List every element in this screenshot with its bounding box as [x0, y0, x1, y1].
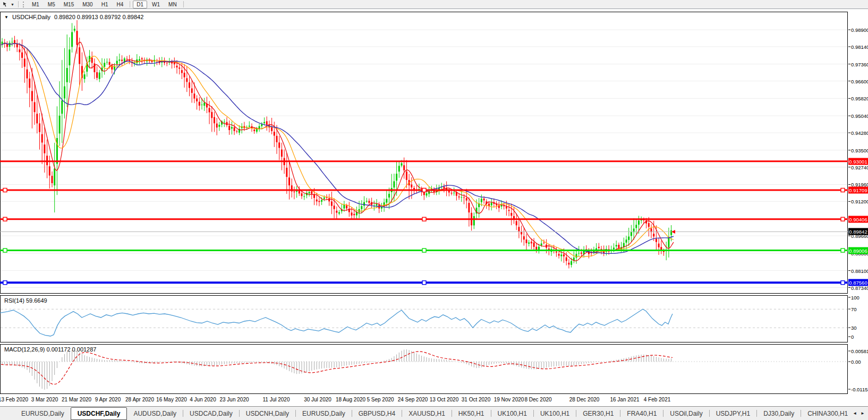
date-tick-label: 11 Jul 2020	[263, 397, 290, 402]
hline-handle[interactable]	[422, 281, 426, 285]
date-tick-label: 3 Mar 2020	[31, 397, 58, 402]
date-tick-label: 5 Sep 2020	[367, 397, 394, 402]
date-tick-label: 28 Apr 2020	[125, 397, 154, 402]
macd-histogram	[2, 349, 671, 390]
chart-tab-eurusd-daily[interactable]: EURUSD,Daily	[15, 407, 71, 420]
price-tick-label: 0.98900	[851, 27, 868, 33]
chart-tab-usdcad-daily[interactable]: USDCAD,Daily	[183, 407, 239, 420]
date-tick-label: 21 Mar 2020	[62, 397, 91, 402]
macd-scale-zero: 0.00	[851, 359, 861, 365]
rsi-line	[0, 309, 673, 336]
current-price-flag: 0.89842	[848, 228, 868, 235]
chart-tab-usdcnh-daily[interactable]: USDCNH,Daily	[240, 407, 295, 420]
chart-tab-bar: EURUSD,DailyUSDCHF,DailyAUDUSD,DailyUSDC…	[0, 406, 868, 420]
price-tick-label: 0.93500	[851, 147, 868, 153]
chart-tab-usdjpy-h1[interactable]: USDJPY,H1	[710, 407, 756, 420]
rsi-scale-label: 100	[851, 295, 860, 301]
date-tick-label: 31 Oct 2020	[462, 397, 490, 402]
date-tick-label: 13 Oct 2020	[430, 397, 458, 402]
hline-handle[interactable]	[3, 188, 7, 192]
macd-indicator-label: MACD(12,26,9) 0.001172 0.001287	[4, 346, 96, 353]
price-flag-0.90406: 0.90406	[848, 216, 868, 222]
hline-handle[interactable]	[841, 217, 845, 221]
tab-scroll-right-icon[interactable]: ►	[861, 411, 865, 416]
chart-tab-hk50-h1[interactable]: HK50,H1	[452, 407, 491, 420]
price-flag-0.91709: 0.91709	[848, 187, 868, 194]
chart-tab-fra40-h1[interactable]: FRA40,H1	[620, 407, 663, 420]
rsi-scale-label: 30	[851, 325, 857, 331]
date-tick-label: 19 Nov 2020	[494, 397, 524, 402]
hline-handle[interactable]	[3, 217, 7, 221]
rsi-scale-label: 0	[851, 334, 854, 340]
price-tick-label: 0.97360	[851, 61, 868, 67]
chart-graphics[interactable]	[0, 0, 868, 420]
hline-handle[interactable]	[841, 248, 845, 252]
chart-tab-uk100-h1[interactable]: UK100,H1	[534, 407, 576, 420]
hline-handle[interactable]	[422, 188, 426, 192]
chart-tab-audusd-daily[interactable]: AUDUSD,Daily	[127, 407, 183, 420]
date-tick-label: 4 Feb 2021	[644, 397, 671, 402]
tab-scroll-buttons: ◄ ►	[850, 407, 868, 420]
macd-scale-top: 0.005818	[851, 348, 868, 354]
chart-tab-china300-h1[interactable]: CHINA300,H1	[801, 407, 854, 420]
date-tick-label: 16 Jan 2021	[610, 397, 639, 402]
chart-tab-usoil-daily[interactable]: USOil,Daily	[663, 407, 709, 420]
chart-tab-usdchf-daily[interactable]: USDCHF,Daily	[71, 407, 127, 420]
price-tick-label: 0.94280	[851, 130, 868, 136]
date-tick-label: 23 Jun 2020	[219, 397, 249, 402]
price-tick-label: 0.95820	[851, 96, 868, 101]
date-tick-label: 9 Apr 2020	[95, 397, 121, 402]
date-tick-label: 4 Jun 2020	[190, 397, 216, 402]
price-tick-label: 0.95040	[851, 113, 868, 119]
date-tick-label: 8 Dec 2020	[524, 397, 551, 402]
date-tick-label: 18 Aug 2020	[336, 397, 365, 402]
pane-border	[1, 296, 848, 342]
chart-tab-gbpusd-h4[interactable]: GBPUSD,H4	[352, 407, 402, 420]
date-tick-label: 30 Jul 2020	[304, 397, 331, 402]
candlestick-series	[2, 20, 673, 268]
price-tick-label: 0.91200	[851, 199, 868, 204]
price-flag-0.93001: 0.93001	[848, 158, 868, 165]
chart-tab-eurusd-daily[interactable]: EURUSD,Daily	[296, 407, 352, 420]
chart-tab-uk100-h1[interactable]: UK100,H1	[491, 407, 533, 420]
date-tick-label: 16 May 2020	[156, 397, 187, 402]
chart-ohlc-values: 0.89820 0.89913 0.89792 0.89842	[54, 14, 143, 20]
rsi-indicator-label: RSI(14) 59.6649	[4, 297, 47, 304]
chart-tab-dj30-daily[interactable]: DJ30,Daily	[757, 407, 801, 420]
price-tick-label: 0.96600	[851, 78, 868, 84]
hline-handle[interactable]	[3, 281, 7, 285]
pane-border	[1, 345, 848, 394]
price-flag-0.87560: 0.87560	[848, 279, 868, 286]
chart-tab-ger30-h1[interactable]: GER30,H1	[576, 407, 620, 420]
date-tick-label: 24 Sep 2020	[398, 397, 428, 402]
symbol-collapse-icon[interactable]: ▼	[4, 15, 8, 20]
hline-handle[interactable]	[3, 248, 7, 252]
tab-scroll-left-icon[interactable]: ◄	[853, 411, 857, 416]
chart-title: ▼ USDCHF,Daily 0.89820 0.89913 0.89792 0…	[4, 14, 143, 20]
trading-platform-window: ▼ M1M5M15M30H1H4D1W1MN ▼ USDCHF,Daily 0.…	[0, 0, 868, 420]
hline-handle[interactable]	[841, 188, 845, 192]
hline-handle[interactable]	[841, 281, 845, 285]
rsi-scale-label: 70	[851, 306, 857, 312]
price-tick-label: 0.98140	[851, 44, 868, 49]
date-tick-label: 28 Dec 2020	[569, 397, 600, 402]
chart-symbol-label: USDCHF,Daily	[12, 14, 50, 20]
hline-handle[interactable]	[422, 248, 426, 252]
price-tick-label: 0.88100	[851, 268, 868, 273]
price-tick-label: 0.92740	[851, 164, 868, 170]
date-tick-label: 13 Feb 2020	[0, 397, 28, 402]
price-flag-0.89006: 0.89006	[848, 247, 868, 254]
hline-handle[interactable]	[422, 217, 426, 221]
chart-tab-xauusd-h1[interactable]: XAUUSD,H1	[402, 407, 452, 420]
macd-signal-line	[1, 352, 673, 384]
macd-scale-bottom: -0.011515	[851, 387, 868, 392]
